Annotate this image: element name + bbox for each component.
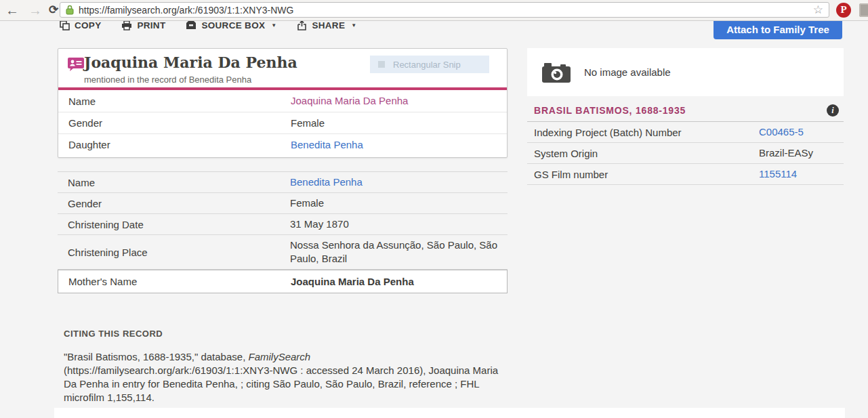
camera-icon xyxy=(542,61,571,84)
bookmark-star-icon[interactable]: ☆ xyxy=(813,3,823,18)
snip-ghost-icon xyxy=(378,61,385,68)
url-text[interactable]: https://familysearch.org/ark:/61903/1:1:… xyxy=(79,5,293,16)
row-label: Mother's Name xyxy=(58,276,291,287)
citation-part1: "Brasil Batismos, 1688-1935," database, xyxy=(64,351,248,362)
no-image-label: No image available xyxy=(584,66,671,78)
extension-icon-partial[interactable] xyxy=(859,3,868,17)
copy-button[interactable]: COPY xyxy=(60,20,101,30)
person-record-icon xyxy=(68,58,84,71)
attach-to-family-tree-button[interactable]: Attach to Family Tree xyxy=(714,20,842,39)
collection-header: BRASIL BATISMOS, 1688-1935 i xyxy=(534,104,839,117)
table-row: NameBenedita Penha xyxy=(58,172,508,193)
table-row: GS Film number1155114 xyxy=(527,164,844,185)
row-value: 31 May 1870 xyxy=(290,214,508,234)
pinterest-extension-icon[interactable]: P xyxy=(836,3,851,18)
row-label: Name xyxy=(58,177,290,188)
citation-section: CITING THIS RECORD "Brasil Batismos, 168… xyxy=(64,329,508,404)
source-box-label: SOURCE BOX xyxy=(201,20,265,30)
row-value-link[interactable]: Benedita Penha xyxy=(290,172,508,192)
table-row: DaughterBenedita Penha xyxy=(58,133,507,155)
row-label: Christening Place xyxy=(58,247,290,258)
row-value-link[interactable]: Benedita Penha xyxy=(291,135,507,155)
print-button[interactable]: PRINT xyxy=(121,20,165,30)
row-value: Brazil-EASy xyxy=(759,143,844,163)
row-label: System Origin xyxy=(527,148,759,159)
row-value: Female xyxy=(290,193,508,213)
table-row: System OriginBrazil-EASy xyxy=(527,143,844,164)
next-section-strip xyxy=(54,408,845,418)
copy-icon xyxy=(60,20,70,30)
row-value-link[interactable]: Joaquina Maria Da Penha xyxy=(291,91,507,111)
row-label: GS Film number xyxy=(527,169,759,180)
copy-label: COPY xyxy=(75,20,101,30)
url-bar[interactable]: https://familysearch.org/ark:/61903/1:1:… xyxy=(60,2,829,18)
person-detail-table: NameJoaquina Maria Da PenhaGenderFemaleD… xyxy=(58,90,507,155)
row-label: Christening Date xyxy=(58,219,290,230)
print-icon xyxy=(121,20,132,30)
no-image-card: No image available xyxy=(527,48,844,96)
citing-heading: CITING THIS RECORD xyxy=(64,329,508,339)
row-value: Female xyxy=(291,113,507,133)
page-title: Joaquina Maria Da Penha xyxy=(84,54,297,71)
citation-part2: (https://familysearch.org/ark:/61903/1:1… xyxy=(64,364,498,403)
table-row: Christening Date31 May 1870 xyxy=(58,214,508,235)
browser-window: ← → ⟳ https://familysearch.org/ark:/6190… xyxy=(0,0,868,418)
table-row: NameJoaquina Maria Da Penha xyxy=(58,90,507,112)
row-value-link[interactable]: C00465-5 xyxy=(759,122,844,142)
share-icon xyxy=(297,20,307,30)
citation-text: "Brasil Batismos, 1688-1935," database, … xyxy=(64,350,508,404)
table-row: Christening PlaceNossa Senhora da Assunç… xyxy=(58,235,508,270)
table-row: GenderFemale xyxy=(58,112,507,133)
row-value: Joaquina Maria Da Penha xyxy=(291,272,507,292)
browser-chrome: ← → ⟳ https://familysearch.org/ark:/6190… xyxy=(0,0,868,21)
info-icon[interactable]: i xyxy=(827,104,839,117)
row-label: Daughter xyxy=(58,139,291,150)
share-button[interactable]: SHARE ▼ xyxy=(297,20,356,30)
record-page: COPY PRINT SOURCE BOX ▼ xyxy=(0,20,868,418)
record-header: Joaquina Maria Da Penha mentioned in the… xyxy=(58,49,507,87)
row-label: Indexing Project (Batch) Number xyxy=(527,127,759,138)
table-row: Mother's NameJoaquina Maria Da Penha xyxy=(58,270,508,293)
source-box-button[interactable]: SOURCE BOX ▼ xyxy=(186,20,276,30)
record-subtitle: mentioned in the record of Benedita Penh… xyxy=(84,75,251,85)
row-value: Nossa Senhora da Assunção, São Paulo, Sã… xyxy=(290,235,508,269)
row-label: Gender xyxy=(58,198,290,209)
refresh-button[interactable]: ⟳ xyxy=(49,1,58,20)
table-row: Indexing Project (Batch) NumberC00465-5 xyxy=(527,122,844,143)
snip-tool-overlay: Rectangular Snip xyxy=(370,56,489,73)
row-label: Gender xyxy=(58,117,291,129)
print-label: PRINT xyxy=(137,20,165,30)
table-row: GenderFemale xyxy=(58,193,508,214)
collection-title[interactable]: BRASIL BATISMOS, 1688-1935 xyxy=(534,105,686,116)
event-detail-table: NameBenedita PenhaGenderFemaleChristenin… xyxy=(58,171,508,293)
citation-source-name: FamilySearch xyxy=(248,351,310,362)
chevron-down-icon: ▼ xyxy=(271,22,276,28)
record-toolbar: COPY PRINT SOURCE BOX ▼ xyxy=(60,20,356,34)
row-label: Name xyxy=(58,96,291,107)
record-summary-card: Joaquina Maria Da Penha mentioned in the… xyxy=(58,48,508,158)
source-box-icon xyxy=(186,20,197,30)
back-button[interactable]: ← xyxy=(5,1,19,20)
forward-button[interactable]: → xyxy=(28,1,42,20)
chevron-down-icon: ▼ xyxy=(351,22,356,28)
padlock-icon xyxy=(66,5,74,15)
share-label: SHARE xyxy=(312,20,345,30)
collection-detail-table: Indexing Project (Batch) NumberC00465-5S… xyxy=(527,121,844,185)
row-value-link[interactable]: 1155114 xyxy=(759,164,844,184)
snip-overlay-label: Rectangular Snip xyxy=(393,60,461,70)
